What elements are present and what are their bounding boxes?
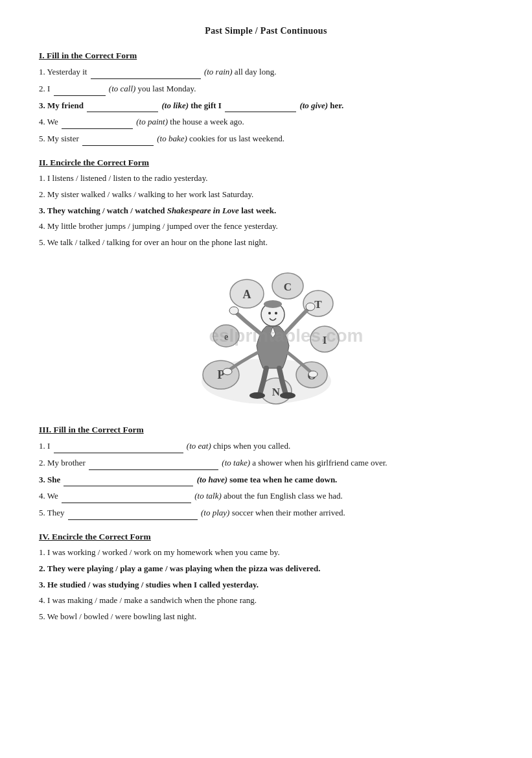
exercise-number: 4. [39,595,47,605]
exercise-3-3: 3. She (to have) some tea when he came d… [39,473,493,487]
svg-point-19 [268,312,271,314]
exercise-number: 4. [39,117,47,126]
exercise-clue: (to rain) all day long. [204,67,277,77]
exercise-text: They watching / watch / watched Shakespe… [47,206,277,215]
exercise-clue-2: (to give) her. [299,101,343,110]
exercise-2-4: 4. My little brother jumps / jumping / j… [39,220,493,233]
exercise-list-4: 1. I was working / worked / work on my h… [39,546,493,624]
exercise-4-1: 1. I was working / worked / work on my h… [39,546,493,560]
exercise-4-5: 5. We bowl / bowled / were bowling last … [39,610,493,624]
section-heading-1: I. Fill in the Correct Form [39,51,493,61]
exercise-list-3: 1. I (to eat) chips when you called. 2. … [39,439,493,520]
svg-text:T: T [314,298,322,311]
answer-blank[interactable] [54,82,106,96]
exercise-text-before: My sister [47,134,81,143]
exercise-number: 4. [39,221,47,231]
section-fill-2: III. Fill in the Correct Form 1. I (to e… [39,425,493,520]
exercise-text: My sister walked / walks / walking to he… [47,189,253,199]
exercise-4-3: 3. He studied / was studying / studies w… [39,578,493,592]
exercise-text-before: I [47,84,52,93]
svg-text:N: N [272,386,280,398]
exercise-text: They were playing / play a game / was pl… [47,563,321,573]
exercise-text-before: She [47,475,62,484]
answer-blank[interactable] [87,99,158,113]
section-heading-2: II. Encircle the Correct Form [39,158,493,168]
exercise-text-before: My friend [47,101,86,110]
svg-text:A: A [242,288,251,301]
answer-blank[interactable] [91,65,201,79]
exercise-text: I was working / worked / work on my home… [47,547,280,557]
svg-point-18 [264,300,282,308]
section-heading-4: IV. Encircle the Correct Form [39,532,493,542]
exercise-text: My little brother jumps / jumping / jump… [47,221,278,231]
exercise-clue: (to like) the gift I [161,101,224,110]
answer-blank[interactable] [68,506,198,520]
section-heading-3: III. Fill in the Correct Form [39,425,493,435]
answer-blank[interactable] [64,473,193,487]
exercise-number: 5. [39,508,47,517]
section-fill-1: I. Fill in the Correct Form 1. Yesterday… [39,51,493,146]
exercise-text: I listens / listened / listen to the rad… [47,173,208,183]
exercise-clue: (to paint) the house a week ago. [136,117,244,126]
answer-blank[interactable] [89,456,218,470]
svg-point-24 [223,368,232,375]
exercise-text: We talk / talked / talking for over an h… [47,237,268,247]
svg-point-20 [275,312,277,314]
exercise-3-4: 4. We (to talk) about the fun English cl… [39,489,493,503]
exercise-1-3: 3. My friend (to like) the gift I (to gi… [39,99,493,113]
svg-point-22 [229,307,238,314]
exercise-number: 3. [39,580,47,589]
svg-text:C: C [283,281,291,293]
exercise-1-1: 1. Yesterday it (to rain) all day long. [39,65,493,79]
exercise-text: I was making / made / make a sandwich wh… [47,595,257,605]
svg-point-25 [308,371,318,377]
exercise-clue: (to eat) chips when you called. [187,441,290,451]
answer-blank[interactable] [62,489,191,503]
exercise-2-3: 3. They watching / watch / watched Shake… [39,204,493,218]
exercise-2-2: 2. My sister walked / walks / walking to… [39,188,493,202]
exercise-text-before: Yesterday it [47,67,89,77]
exercise-4-2: 2. They were playing / play a game / was… [39,562,493,576]
svg-text:e: e [224,332,227,342]
answer-blank-2[interactable] [225,99,296,113]
exercise-list-1: 1. Yesterday it (to rain) all day long. … [39,65,493,146]
answer-blank[interactable] [62,115,133,129]
svg-point-23 [306,303,315,311]
image-container: P A C T I O N e [39,261,493,413]
exercise-number: 2. [39,84,47,93]
exercise-text-before: They [47,508,67,517]
exercise-text: He studied / was studying / studies when… [47,580,259,589]
exercise-number: 1. [39,441,47,451]
exercise-1-4: 4. We (to paint) the house a week ago. [39,115,493,129]
exercise-number: 5. [39,237,47,247]
exercise-number: 1. [39,173,47,183]
exercise-3-1: 1. I (to eat) chips when you called. [39,439,493,453]
exercise-number: 3. [39,206,47,215]
exercise-number: 1. [39,67,47,77]
exercise-3-5: 5. They (to play) soccer when their moth… [39,506,493,520]
exercise-1-2: 2. I (to call) you last Monday. [39,82,493,96]
exercise-number: 3. [39,101,47,110]
exercise-clue: (to take) a shower when his girlfriend c… [222,458,387,468]
exercise-clue: (to call) you last Monday. [109,84,196,93]
svg-point-26 [249,392,265,399]
exercise-3-2: 2. My brother (to take) a shower when hi… [39,456,493,470]
exercise-number: 3. [39,475,47,484]
exercise-number: 2. [39,563,47,573]
svg-point-27 [280,392,295,399]
section-encircle-1: II. Encircle the Correct Form 1. I liste… [39,158,493,250]
exercise-number: 2. [39,458,47,468]
answer-blank[interactable] [82,132,154,146]
exercise-clue: (to bake) cookies for us last weekend. [157,134,284,143]
exercise-number: 5. [39,611,47,621]
answer-blank[interactable] [54,439,183,453]
exercise-clue: (to play) soccer when their mother arriv… [201,508,345,517]
exercise-clue: (to talk) about the fun English class we… [194,491,343,501]
exercise-text-before: My brother [47,458,87,468]
page-title: Past Simple / Past Continuous [39,26,493,36]
exercise-2-1: 1. I listens / listened / listen to the … [39,172,493,185]
exercise-text-before: I [47,441,52,451]
exercise-text-before: We [47,117,60,126]
section-encircle-2: IV. Encircle the Correct Form 1. I was w… [39,532,493,624]
juggler-illustration: P A C T I O N e [182,261,351,410]
